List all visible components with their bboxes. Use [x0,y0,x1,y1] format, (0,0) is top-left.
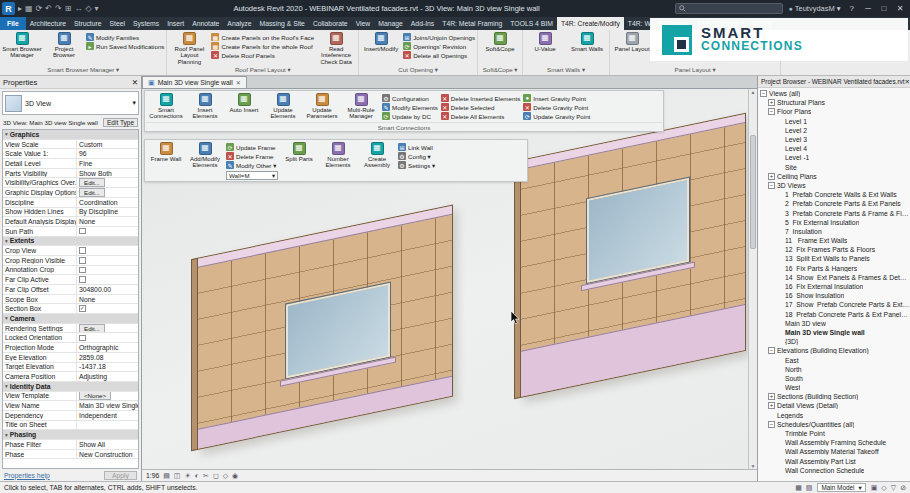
tree-item-17-show-prefab-concrete-parts-ext-panels[interactable]: 17_Show_Prefab Concrete Parts & Ext Pane… [758,300,910,309]
design-options-icon[interactable]: ▧ [806,484,813,492]
measure-icon[interactable]: ↔ [74,4,82,13]
tree-item-legends[interactable]: Legends [758,411,910,420]
update-by-dc-button[interactable]: ⟳Update by DC [382,112,438,120]
search-box[interactable] [675,3,783,14]
settings-button[interactable]: ⚙Settings ▾ [398,161,435,169]
tree-item-west[interactable]: West [758,383,910,392]
prop-value-crop-region-visible[interactable] [76,256,138,265]
tree-item-level-2[interactable]: Level 2 [758,126,910,135]
tree-item-wall-connection-schedule[interactable]: Wall Connection Schedule [758,466,910,475]
tree-item-elevations-building-elevation[interactable]: −Elevations (Building Elevation) [758,346,910,355]
prop-value-detail-level[interactable]: Fine [76,159,138,168]
checkbox-section-box[interactable]: ✓ [79,305,86,312]
detail-level-icon[interactable]: ▤ [163,472,170,480]
user-menu[interactable]: ● TeutvydasM ▾ [786,4,844,13]
tree-item-site[interactable]: Site [758,163,910,172]
prop-value-discipline[interactable]: Coordination [76,198,138,207]
soft-cope-button[interactable]: ▦Soft&Cope [480,31,520,53]
tree-item-11-frame-ext-walls[interactable]: 11_ Frame Ext Walls [758,236,910,245]
canvas[interactable]: ▦Smart Connections▦Insert Elements▦Auto … [142,89,748,469]
tree-item-18-prefab-concrete-parts-ext-panels-frame[interactable]: 18_Prefab Concrete Parts & Ext Panels & … [758,310,910,319]
filter-icon[interactable]: ▽ [891,484,896,492]
tab-tools-4-bim[interactable]: TOOLS 4 BIM [506,17,557,30]
tree-item-level-1[interactable]: Level 1 [758,117,910,126]
revit-logo[interactable]: R [2,2,15,15]
properties-help-link[interactable]: Properties help [4,472,50,479]
shadows-icon[interactable]: ◐ [195,472,199,480]
scroll-up-icon[interactable]: ▲ [751,89,756,95]
tree-item-wall-assembly-framing-schedule[interactable]: Wall Assembly Framing Schedule [758,438,910,447]
tab-collaborate[interactable]: Collaborate [309,17,352,30]
tree-item-3d-views[interactable]: −3D Views [758,181,910,190]
prop-value-show-hidden-lines[interactable]: By Discipline [76,208,138,217]
tab-add-ins[interactable]: Add-Ins [407,17,438,30]
prop-value-camera-position[interactable]: Adjusting [76,372,138,381]
qat-dropdown-icon[interactable]: ▾ [95,4,99,13]
crop-view-icon[interactable]: ✂ [203,472,209,480]
ribbon-panel-label-cut-opening[interactable]: Cut Opening ▾ [361,66,475,75]
delete-selected-button[interactable]: ✕Delete Selected [441,103,520,111]
prop-section-extents[interactable]: ▾Extents [3,237,138,247]
tree-item-3d[interactable]: {3D} [758,337,910,346]
tab-t4r-create-modify[interactable]: T4R: Create/Modify [557,17,624,30]
multi-rule-manager-button[interactable]: ▦Multi-Rule Manager [343,92,379,121]
tree-item-3-prefab-concrete-parts-frame-fixing[interactable]: 3_Prefab Concrete Parts & Frame & Fixing [758,208,910,217]
tree-item-wall-assembly-part-list[interactable]: Wall Assembly Part List [758,457,910,466]
prop-value-scale-value-1[interactable]: 96 [76,149,138,158]
checkbox-annotation-crop[interactable] [79,267,86,274]
panel-layout-button[interactable]: ▦Panel Layout [612,31,652,53]
graphic-display-options-button[interactable]: Edit... [79,188,105,197]
insert-gravity-point-button[interactable]: ●Insert Gravity Point [523,94,590,102]
tree-item-13-split-ext-walls-to-panels[interactable]: 13_Split Ext Walls to Panels [758,254,910,263]
help-icon[interactable]: ? [847,4,857,13]
tag-icon[interactable]: ◇ [85,4,91,13]
redo-icon[interactable]: ↷ [55,4,62,13]
close-view-tab-icon[interactable]: ✕ [236,79,241,86]
tree-item-views-all[interactable]: −Views (all) [758,89,910,98]
collapse-icon[interactable]: − [768,182,775,189]
delete-gravity-point-button[interactable]: ✕Delete Gravity Point [523,103,590,111]
selection-count-icon[interactable]: ⊘ [900,484,906,492]
checkbox-crop-region-visible[interactable] [79,257,86,264]
run-saved-modifications-button[interactable]: ▸Run Saved Modifications [86,42,164,50]
tree-item-east[interactable]: East [758,355,910,364]
type-selector[interactable]: 3D View ▾ [2,91,139,115]
visual-style-icon[interactable]: ◫ [174,472,181,480]
configuration-button[interactable]: ⚙Configuration [382,94,438,102]
prop-section-phasing[interactable]: ▾Phasing [3,430,138,440]
prop-value-scope-box[interactable]: None [76,295,138,304]
add-modify-elements-button[interactable]: ▦Add/Modify Elements [187,141,223,170]
view-template-button[interactable]: <None> [79,392,111,401]
scale-indicator[interactable]: 1:96 [146,472,159,479]
tree-item-1-prefab-concrete-walls-ext-walls[interactable]: 1_Prefab Concrete Walls & Ext Walls [758,190,910,199]
edit-type-button[interactable]: Edit Type [103,118,138,127]
tree-item-north[interactable]: North [758,365,910,374]
close-properties-icon[interactable]: ✕ [132,78,138,87]
tree-item-14-show-ext-panels-frames-details-ins[interactable]: 14_Show_Ext Panels & Frames & Details & … [758,273,910,282]
prop-value-sun-path[interactable] [76,227,138,236]
prop-value-locked-orientation[interactable] [76,333,138,342]
tree-item-main-3d-view-single-wall[interactable]: Main 3D view Single wall [758,328,910,337]
create-panels-for-the-whole-roof-button[interactable]: ▦Create Panels for the whole Roof [211,42,314,50]
show-crop-region-icon[interactable]: ◻ [213,472,219,480]
prop-value-graphic-display-options[interactable]: Edit... [76,188,138,197]
prop-value-dependency[interactable]: Independent [76,411,138,420]
reveal-hidden-elements-icon[interactable]: ◉ [232,472,238,480]
tab-insert[interactable]: Insert [163,17,188,30]
insert-elements-button[interactable]: ▦Insert Elements [187,92,223,121]
checkbox-locked-orientation[interactable] [79,335,86,342]
prop-value-view-scale[interactable]: Custom [76,140,138,149]
collapse-icon[interactable]: − [768,347,775,354]
minimize-button[interactable]: ─ [860,4,876,13]
open-icon[interactable]: ▸ [18,4,22,13]
tab-manage[interactable]: Manage [374,17,407,30]
prop-value-projection-mode[interactable]: Orthographic [76,343,138,352]
collapse-icon[interactable]: − [760,90,767,97]
search-input[interactable] [688,5,779,12]
split-parts-button[interactable]: ▦Split Parts [281,141,317,163]
tree-item-level-3[interactable]: Level 3 [758,135,910,144]
tree-item-structural-plans[interactable]: +Structural Plans [758,98,910,107]
read-inteference-check-data-button[interactable]: ▦Read Inteference Check Data [316,31,356,66]
apply-button[interactable]: Apply [104,471,137,480]
tree-item-2-prefab-concrete-parts-ext-panels[interactable]: 2_Prefab Concrete Parts & Ext Panels [758,199,910,208]
